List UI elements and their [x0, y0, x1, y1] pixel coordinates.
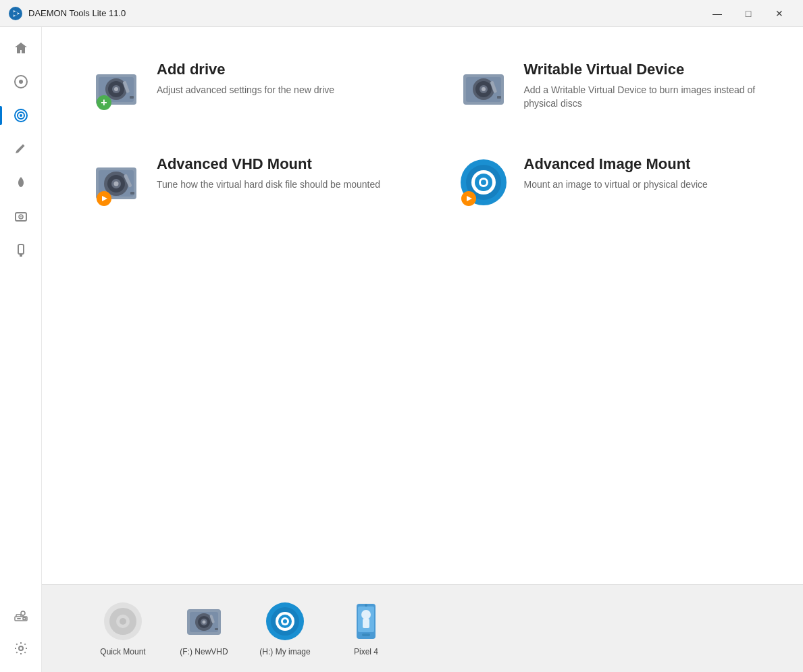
sidebar-item-disk-info[interactable]: [5, 201, 36, 232]
close-button[interactable]: ✕: [764, 3, 795, 24]
advanced-image-mount-text: Advanced Image Mount Mount an image to v…: [524, 155, 708, 192]
titlebar: DAEMON Tools Lite 11.0 — □ ✕: [0, 0, 803, 27]
account-icon: [14, 607, 28, 622]
quick-mount-icon: [103, 601, 143, 642]
svg-point-75: [283, 619, 287, 623]
sidebar-bottom: [5, 599, 36, 672]
quick-mount-label: Quick Mount: [100, 647, 145, 656]
writable-virtual-device-title: Writable Virtual Device: [524, 61, 756, 78]
titlebar-left: DAEMON Tools Lite 11.0: [8, 6, 126, 21]
svg-point-10: [20, 216, 22, 217]
writable-virtual-device-text: Writable Virtual Device Add a Writable V…: [524, 61, 756, 110]
f-newvhd-label: (F:) NewVHD: [180, 647, 228, 656]
svg-text:+: +: [101, 97, 107, 108]
svg-rect-15: [23, 618, 26, 620]
svg-rect-14: [17, 618, 21, 619]
add-drive-text: Add drive Adjust advanced settings for t…: [157, 61, 334, 97]
svg-point-37: [482, 87, 486, 91]
add-drive-card[interactable]: + Add drive Adjust advanced settings for…: [82, 54, 396, 122]
sidebar: [0, 27, 42, 672]
h-myimage-item[interactable]: (H:) My image: [258, 601, 312, 656]
svg-rect-11: [18, 244, 24, 254]
sidebar-item-home[interactable]: [5, 32, 36, 63]
pixel4-label: Pixel 4: [354, 647, 378, 656]
svg-rect-79: [363, 619, 369, 628]
svg-point-7: [20, 114, 22, 117]
quick-mount-item[interactable]: Quick Mount: [96, 601, 150, 656]
advanced-image-mount-icon: [457, 155, 511, 209]
advanced-vhd-mount-description: Tune how the virtual hard disk file shou…: [157, 178, 380, 192]
h-myimage-icon: [265, 601, 305, 642]
svg-point-27: [114, 87, 118, 91]
sidebar-item-virtual-drive[interactable]: [5, 66, 36, 97]
svg-point-67: [203, 620, 206, 623]
advanced-vhd-mount-icon: [89, 155, 143, 209]
virtual-drive-icon: [14, 74, 28, 89]
writable-virtual-device-card[interactable]: Writable Virtual Device Add a Writable V…: [450, 54, 763, 122]
app-title: DAEMON Tools Lite 11.0: [28, 8, 126, 18]
usb-icon: [14, 243, 28, 258]
sidebar-item-burn[interactable]: [5, 167, 36, 199]
svg-rect-29: [130, 96, 134, 99]
writable-virtual-device-description: Add a Writable Virtual Device to burn im…: [524, 84, 756, 110]
edit-icon: [14, 142, 28, 157]
bottom-bar: Quick Mount (: [42, 584, 803, 672]
home-icon: [14, 41, 28, 55]
svg-point-4: [19, 80, 23, 84]
svg-rect-47: [130, 192, 134, 195]
pixel4-item[interactable]: Pixel 4: [339, 601, 393, 656]
sidebar-item-edit[interactable]: [5, 134, 36, 165]
svg-rect-39: [497, 96, 501, 99]
advanced-image-mount-description: Mount an image to virtual or physical de…: [524, 178, 708, 192]
main-content: + Add drive Adjust advanced settings for…: [42, 27, 803, 584]
svg-point-78: [361, 610, 371, 619]
advanced-vhd-mount-text: Advanced VHD Mount Tune how the virtual …: [157, 155, 380, 192]
pixel4-icon: [346, 601, 386, 642]
disk-info-icon: [14, 209, 28, 224]
svg-point-80: [365, 604, 367, 606]
f-newvhd-icon: [184, 601, 224, 642]
advanced-vhd-mount-title: Advanced VHD Mount: [157, 155, 380, 173]
svg-rect-69: [215, 628, 218, 630]
h-myimage-label: (H:) My image: [259, 647, 310, 656]
svg-point-55: [481, 180, 486, 185]
content-area: + Add drive Adjust advanced settings for…: [42, 27, 803, 672]
add-drive-icon: +: [89, 61, 143, 115]
svg-rect-12: [20, 254, 22, 257]
sidebar-item-settings[interactable]: [5, 633, 36, 664]
writable-virtual-device-icon: [457, 61, 511, 115]
svg-point-61: [120, 618, 126, 625]
app-logo-icon: [8, 6, 23, 21]
f-newvhd-item[interactable]: (F:) NewVHD: [177, 601, 231, 656]
svg-point-21: [19, 646, 23, 650]
titlebar-controls: — □ ✕: [702, 3, 795, 24]
add-drive-title: Add drive: [157, 61, 334, 78]
advanced-vhd-mount-card[interactable]: Advanced VHD Mount Tune how the virtual …: [82, 149, 396, 216]
app-body: + Add drive Adjust advanced settings for…: [0, 27, 803, 672]
card-grid: + Add drive Adjust advanced settings for…: [82, 54, 762, 216]
sidebar-item-account[interactable]: [5, 599, 36, 630]
maximize-button[interactable]: □: [733, 3, 764, 24]
minimize-button[interactable]: —: [702, 3, 733, 24]
sidebar-item-images[interactable]: [5, 100, 36, 131]
burn-icon: [14, 176, 28, 190]
svg-rect-81: [362, 634, 370, 636]
add-drive-description: Adjust advanced settings for the new dri…: [157, 84, 334, 97]
svg-point-45: [114, 182, 119, 186]
advanced-image-mount-card[interactable]: Advanced Image Mount Mount an image to v…: [450, 149, 763, 216]
settings-icon: [14, 641, 28, 656]
images-icon: [14, 108, 28, 123]
sidebar-item-usb[interactable]: [5, 235, 36, 266]
advanced-image-mount-title: Advanced Image Mount: [524, 155, 708, 173]
svg-point-2: [14, 11, 18, 16]
